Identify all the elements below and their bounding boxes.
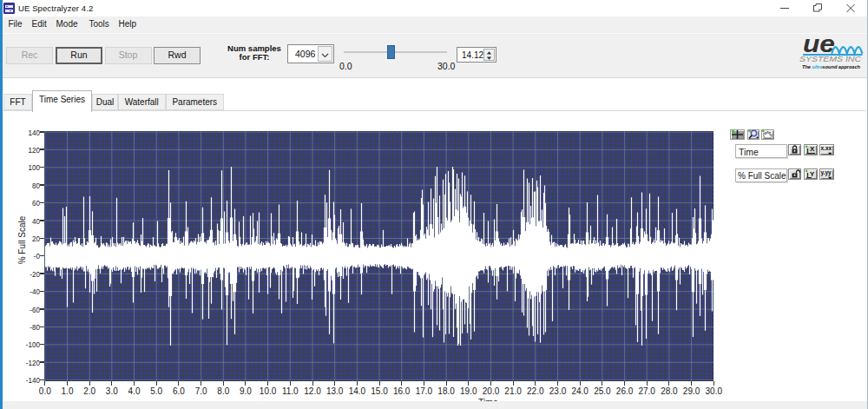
svg-text:The ultrasound approach: The ultrasound approach <box>802 63 860 69</box>
svg-text:x.xx: x.xx <box>821 145 832 151</box>
svg-text:SYSTEMS INC: SYSTEMS INC <box>799 55 862 63</box>
svg-text:X: X <box>810 145 815 153</box>
svg-text:Y: Y <box>810 169 815 177</box>
svg-text:y.yy: y.yy <box>821 169 832 176</box>
